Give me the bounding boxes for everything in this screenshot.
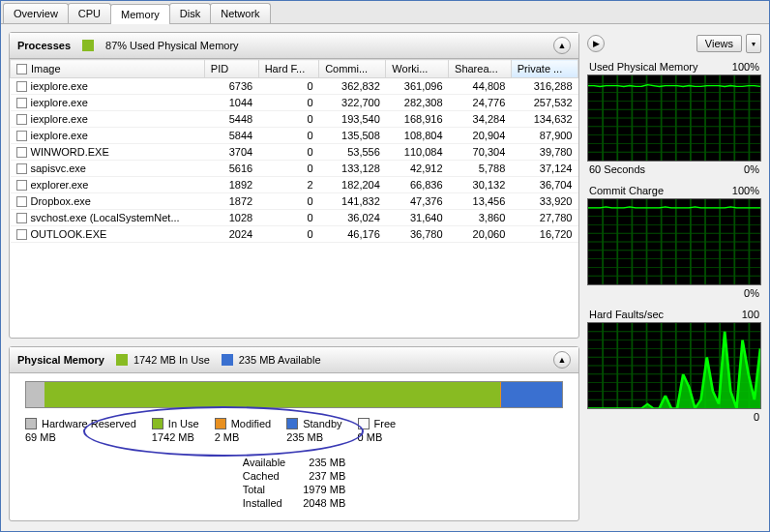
row-checkbox[interactable] (16, 180, 27, 191)
row-checkbox[interactable] (16, 131, 27, 141)
cell-value: 16,720 (511, 226, 578, 243)
row-checkbox[interactable] (16, 147, 27, 158)
cell-value: 168,916 (386, 111, 449, 128)
table-row[interactable]: iexplore.exe54480193,540168,91634,284134… (11, 111, 578, 128)
cell-value: sapisvc.exe (31, 163, 86, 174)
in-use-swatch (116, 354, 128, 366)
legend-swatch (25, 418, 37, 429)
cell-value: 133,128 (319, 161, 386, 177)
cell-value: 0 (258, 111, 318, 128)
column-header[interactable]: Worki... (386, 60, 449, 78)
column-header[interactable]: Commi... (319, 60, 386, 78)
legend-value: 1742 MB (152, 431, 199, 443)
legend-label: Free (374, 418, 397, 429)
cell-value: WINWORD.EXE (31, 146, 109, 158)
stat-value: 237 MB (303, 470, 345, 482)
cell-value: 0 (258, 78, 318, 95)
cell-value: iexplore.exe (31, 113, 88, 125)
expand-graphs-button[interactable]: ▶ (587, 35, 605, 52)
tab-cpu[interactable]: CPU (68, 3, 111, 23)
row-checkbox[interactable] (16, 98, 27, 108)
table-row[interactable]: WINWORD.EXE3704053,556110,08470,30439,78… (11, 144, 578, 161)
table-row[interactable]: sapisvc.exe56160133,12842,9125,78837,124 (11, 161, 578, 177)
memory-segment (44, 382, 500, 407)
views-button[interactable]: Views (696, 35, 742, 52)
cell-value: 316,288 (511, 78, 578, 95)
column-header[interactable]: Hard F... (258, 60, 318, 78)
legend-value: 0 MB (358, 431, 397, 443)
available-swatch (222, 354, 233, 366)
cell-value: OUTLOOK.EXE (31, 228, 107, 240)
cell-value: 2 (258, 177, 318, 193)
table-row[interactable]: OUTLOOK.EXE2024046,17636,78020,06016,720 (11, 226, 578, 243)
cell-value: 39,780 (511, 144, 578, 161)
column-header[interactable]: Private ... (511, 60, 578, 78)
tab-network[interactable]: Network (210, 3, 270, 23)
graph-title: Hard Faults/sec (589, 309, 664, 320)
table-row[interactable]: iexplore.exe10440322,700282,30824,776257… (11, 95, 578, 111)
cell-value: 108,804 (386, 128, 449, 144)
cell-value: 193,540 (319, 111, 386, 128)
table-row[interactable]: Dropbox.exe18720141,83247,37613,45633,92… (11, 193, 578, 210)
physical-memory-panel: Physical Memory 1742 MB In Use 235 MB Av… (9, 346, 579, 521)
stat-label: Installed (243, 497, 285, 509)
cell-value: 70,304 (449, 144, 512, 161)
cell-value: 0 (258, 193, 318, 210)
used-memory-metric: 87% Used Physical Memory (105, 40, 239, 51)
cell-value: 36,024 (319, 210, 386, 226)
legend-item: In Use1742 MB (152, 418, 199, 443)
cell-value: 34,284 (449, 111, 512, 128)
table-row[interactable]: iexplore.exe58440135,508108,80420,90487,… (11, 128, 578, 144)
row-checkbox[interactable] (16, 114, 27, 125)
cell-value: Dropbox.exe (31, 195, 91, 207)
legend-value: 235 MB (286, 431, 341, 443)
cell-value: 5448 (204, 111, 258, 128)
cell-value: 0 (258, 161, 318, 177)
row-checkbox[interactable] (16, 213, 27, 223)
graph-title: Commit Charge (589, 185, 664, 196)
cell-value: 257,532 (511, 95, 578, 111)
processes-collapse-button[interactable]: ▲ (553, 37, 571, 54)
tab-overview[interactable]: Overview (3, 3, 69, 23)
tab-disk[interactable]: Disk (169, 3, 211, 23)
cell-value: 361,096 (386, 78, 449, 95)
in-use-metric: 1742 MB In Use (133, 354, 210, 366)
graph-max: 100% (732, 61, 759, 73)
row-checkbox[interactable] (16, 229, 27, 240)
views-dropdown-button[interactable]: ▾ (746, 34, 761, 53)
stat-label: Cached (243, 470, 285, 482)
cell-value: 36,780 (386, 226, 449, 243)
legend-label: In Use (168, 418, 199, 429)
graph-section: Hard Faults/sec1000 (587, 307, 761, 425)
performance-graph (587, 322, 761, 409)
cell-value: 20,904 (449, 128, 512, 144)
graphs-sidebar: ▶ Views ▾ Used Physical Memory100%60 Sec… (587, 32, 761, 521)
column-header[interactable]: Sharea... (449, 60, 512, 78)
table-row[interactable]: iexplore.exe67360362,832361,09644,808316… (11, 78, 578, 95)
memory-legend: Hardware Reserved69 MBIn Use1742 MBModif… (25, 418, 563, 443)
cell-value: 1892 (204, 177, 258, 193)
stat-value: 235 MB (303, 457, 345, 468)
graph-x-right: 0 (754, 411, 759, 423)
row-checkbox[interactable] (16, 81, 27, 92)
column-header[interactable]: PID (204, 60, 258, 78)
stat-value: 2048 MB (303, 497, 345, 509)
tab-memory[interactable]: Memory (110, 4, 170, 24)
table-row[interactable]: svchost.exe (LocalSystemNet...1028036,02… (11, 210, 578, 226)
table-row[interactable]: explorer.exe18922182,20466,83630,13236,7… (11, 177, 578, 193)
row-checkbox[interactable] (16, 163, 27, 174)
processes-header: Processes 87% Used Physical Memory ▲ (10, 33, 578, 59)
legend-item: Standby235 MB (286, 418, 341, 443)
graph-max: 100 (742, 309, 759, 320)
select-all-checkbox[interactable] (16, 64, 27, 74)
row-checkbox[interactable] (16, 196, 27, 207)
legend-value: 2 MB (215, 431, 272, 443)
cell-value: 13,456 (449, 193, 512, 210)
physical-collapse-button[interactable]: ▲ (553, 351, 571, 369)
cell-value: 362,832 (319, 78, 386, 95)
cell-value: 0 (258, 144, 318, 161)
stat-label: Available (243, 457, 285, 468)
performance-graph (587, 74, 761, 162)
cell-value: iexplore.exe (31, 80, 88, 92)
column-header[interactable]: Image (11, 60, 205, 78)
